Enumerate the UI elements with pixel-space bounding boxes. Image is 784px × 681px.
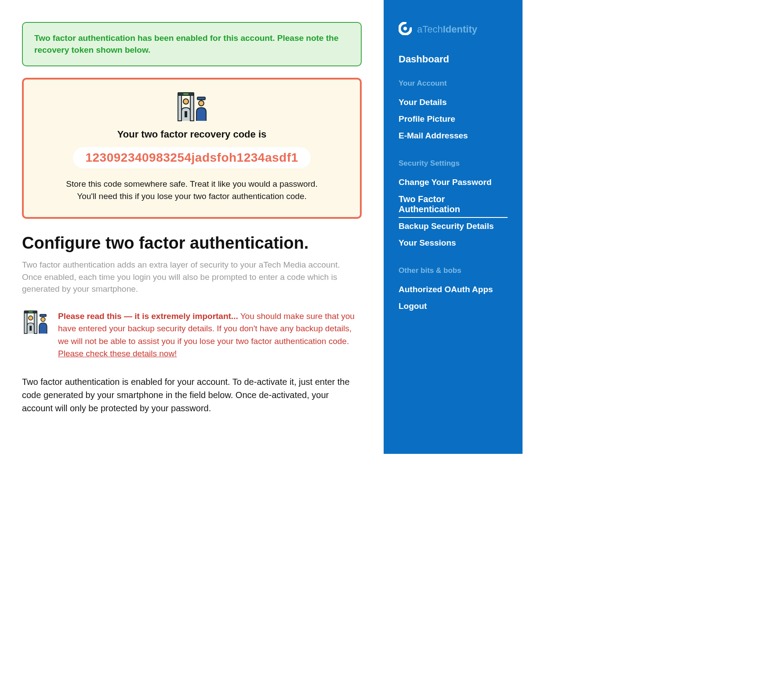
sidebar-item-profile-picture[interactable]: Profile Picture (399, 111, 508, 127)
svg-point-7 (199, 101, 204, 106)
sidebar-section-account: Your Account Your Details Profile Pictur… (399, 79, 508, 144)
security-gate-icon-small (22, 310, 49, 360)
brand-logo-icon (399, 22, 412, 37)
recovery-code-panel: Your two factor recovery code is 1230923… (22, 78, 362, 219)
sidebar-dashboard-link[interactable]: Dashboard (399, 54, 508, 65)
sidebar-item-change-password[interactable]: Change Your Password (399, 174, 508, 191)
check-details-link[interactable]: Please check these details now! (58, 349, 177, 358)
brand: aTechIdentity (399, 22, 508, 37)
success-alert: Two factor authentication has been enabl… (22, 22, 362, 66)
svg-rect-14 (40, 315, 47, 317)
svg-point-12 (29, 316, 33, 320)
sidebar-item-two-factor-auth[interactable]: Two Factor Authentication (399, 191, 508, 218)
sidebar-section-label: Your Account (399, 79, 508, 88)
svg-rect-3 (190, 95, 194, 121)
sidebar-item-logout[interactable]: Logout (399, 298, 508, 315)
sidebar: aTechIdentity Dashboard Your Account You… (384, 0, 523, 454)
page-title: Configure two factor authentication. (22, 234, 362, 253)
svg-rect-13 (29, 326, 32, 330)
recovery-title: Your two factor recovery code is (37, 129, 347, 140)
main-content: Two factor authentication has been enabl… (0, 0, 384, 454)
sidebar-section-label: Other bits & bobs (399, 266, 508, 275)
deactivate-instructions: Two factor authentication is enabled for… (22, 375, 362, 415)
page-subtitle: Two factor authentication adds an extra … (22, 259, 362, 295)
svg-point-15 (41, 317, 45, 322)
warning-lead: Please read this — it is extremely impor… (58, 312, 238, 321)
svg-rect-11 (34, 313, 37, 333)
svg-rect-10 (24, 313, 27, 333)
important-warning: Please read this — it is extremely impor… (22, 310, 362, 360)
svg-rect-9 (29, 312, 33, 312)
sidebar-item-oauth-apps[interactable]: Authorized OAuth Apps (399, 281, 508, 298)
svg-rect-2 (178, 95, 181, 121)
svg-rect-5 (185, 111, 187, 117)
svg-point-4 (183, 99, 189, 104)
recovery-note: Store this code somewhere safe. Treat it… (56, 178, 328, 202)
sidebar-section-other: Other bits & bobs Authorized OAuth Apps … (399, 266, 508, 315)
sidebar-item-your-details[interactable]: Your Details (399, 94, 508, 111)
sidebar-item-backup-security[interactable]: Backup Security Details (399, 218, 508, 235)
success-alert-text: Two factor authentication has been enabl… (34, 33, 349, 56)
sidebar-section-security: Security Settings Change Your Password T… (399, 159, 508, 251)
sidebar-item-your-sessions[interactable]: Your Sessions (399, 235, 508, 251)
security-gate-icon (37, 92, 347, 123)
svg-point-16 (403, 27, 407, 30)
svg-rect-6 (197, 97, 205, 100)
warning-text: Please read this — it is extremely impor… (58, 310, 362, 360)
brand-text: aTechIdentity (417, 24, 477, 35)
recovery-code-value: 123092340983254jadsfoh1234asdf1 (73, 147, 310, 168)
sidebar-item-email-addresses[interactable]: E-Mail Addresses (399, 127, 508, 144)
brand-prefix: aTech (417, 24, 443, 35)
sidebar-section-label: Security Settings (399, 159, 508, 168)
svg-rect-1 (183, 94, 189, 95)
brand-suffix: Identity (443, 24, 477, 35)
